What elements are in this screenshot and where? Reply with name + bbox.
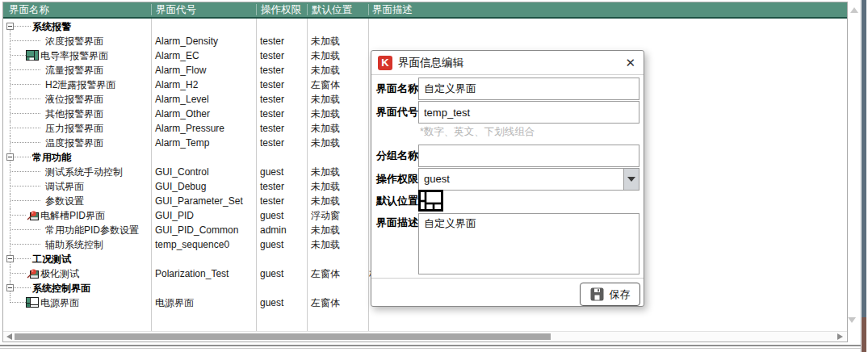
permission-dropdown[interactable]: guest <box>418 168 639 191</box>
description-field-label: 界面描述 <box>376 216 418 230</box>
cell-position: 浮动窗 <box>311 208 340 223</box>
cell-permission: tester <box>260 107 284 121</box>
interface-name-label: 流量报警界面 <box>45 63 103 78</box>
column-header-position[interactable]: 默认位置 <box>312 2 352 17</box>
permission-field-label: 操作权限 <box>376 168 418 191</box>
cell-permission: tester <box>260 78 284 92</box>
cell-code: Alarm_Density <box>155 34 218 48</box>
group-field[interactable] <box>418 145 639 167</box>
tree-line <box>10 69 40 70</box>
scroll-left-arrow-icon[interactable] <box>6 333 12 340</box>
group-label: 工况测试 <box>32 252 71 266</box>
cell-position: 未加载 <box>311 223 340 237</box>
scroll-down-arrow-icon[interactable] <box>848 317 856 323</box>
tree-line <box>10 179 10 194</box>
pinned-window-icon <box>26 210 39 220</box>
tree-line <box>10 229 40 230</box>
interface-name-label: 常用功能PID参数设置 <box>45 223 139 237</box>
power-window-icon <box>26 297 39 308</box>
default-position-layout-icon[interactable] <box>418 190 443 215</box>
group-label: 系统控制界面 <box>32 281 90 295</box>
cell-code: Alarm_Other <box>155 107 210 121</box>
tree-line <box>10 98 40 99</box>
name-field[interactable] <box>418 78 639 100</box>
column-header-permission[interactable]: 操作权限 <box>261 2 301 17</box>
scroll-right-arrow-icon[interactable] <box>837 333 843 340</box>
tree-line <box>10 223 10 237</box>
interface-name-label: 极化测试 <box>40 266 79 281</box>
cell-code: Alarm_Level <box>155 92 209 107</box>
close-icon[interactable]: ✕ <box>625 54 635 72</box>
window-bottom-border-light <box>0 348 861 349</box>
collapse-expander-icon[interactable] <box>6 255 14 262</box>
tree-line <box>10 40 40 41</box>
save-button[interactable]: 保存 <box>580 283 640 306</box>
dropdown-button[interactable] <box>623 169 639 190</box>
tree-line <box>10 63 10 78</box>
tree-line <box>10 113 40 114</box>
cell-permission: guest <box>260 266 283 281</box>
code-field[interactable] <box>418 101 639 124</box>
cell-position: 未加载 <box>311 48 340 63</box>
cell-position: 未加载 <box>311 194 340 208</box>
tree-group-row[interactable]: 系统报警 <box>3 19 847 34</box>
save-button-label: 保存 <box>610 287 631 302</box>
table-row[interactable]: 浓度报警界面Alarm_Densitytester未加载 <box>3 34 847 48</box>
cell-position: 未加载 <box>311 165 340 179</box>
column-header-code[interactable]: 界面代号 <box>156 2 196 17</box>
column-header-name[interactable]: 界面名称 <box>9 2 49 17</box>
description-field[interactable]: 自定义界面 <box>418 213 639 274</box>
window-bottom-border <box>0 345 861 346</box>
tree-line <box>14 157 31 157</box>
scroll-up-arrow-icon[interactable] <box>850 7 858 13</box>
code-field-label: 界面代号 <box>376 101 418 124</box>
cell-position: 未加载 <box>311 63 340 78</box>
cell-code: Polarization_Test <box>155 266 229 281</box>
dialog-title-bar[interactable]: K 界面信息编辑 ✕ <box>371 51 644 75</box>
interface-name-label: 电源界面 <box>40 295 79 310</box>
green-window-icon <box>26 50 39 61</box>
cell-position: 未加载 <box>311 121 340 136</box>
dialog-footer-divider <box>371 278 644 279</box>
cell-permission: tester <box>260 34 284 48</box>
cell-code: Alarm_H2 <box>155 78 198 92</box>
tree-line <box>10 121 10 136</box>
cell-permission: guest <box>260 208 283 223</box>
group-field-label: 分组名称 <box>376 145 418 167</box>
cell-permission: guest <box>260 237 283 252</box>
column-header-description[interactable]: 界面描述 <box>372 2 413 17</box>
cell-position: 左窗体 <box>311 78 340 92</box>
cell-permission: tester <box>260 92 284 107</box>
tree-line <box>10 266 10 281</box>
interface-name-label: 温度报警界面 <box>45 136 103 150</box>
cell-code: GUI_Parameter_Set <box>155 194 243 208</box>
header-divider <box>256 4 257 15</box>
collapse-expander-icon[interactable] <box>6 153 14 161</box>
app-logo-icon: K <box>378 56 392 70</box>
cell-code: GUI_Debug <box>155 179 206 194</box>
cell-permission: tester <box>260 121 284 136</box>
header-divider <box>368 4 369 15</box>
interface-name-label: 浓度报警界面 <box>45 34 103 48</box>
cell-code: temp_sequence0 <box>155 237 229 252</box>
cell-permission: tester <box>260 194 284 208</box>
interface-name-label: 电解槽PID界面 <box>40 208 105 223</box>
cell-code: GUI_PID <box>155 208 194 223</box>
horizontal-scrollbar-thumb[interactable] <box>15 333 551 340</box>
horizontal-scrollbar[interactable] <box>3 331 847 342</box>
cell-position: 左窗体 <box>311 295 340 310</box>
cell-position: 未加载 <box>311 34 340 48</box>
collapse-expander-icon[interactable] <box>6 23 14 30</box>
table-header-row: 界面名称 界面代号 操作权限 默认位置 界面描述 <box>3 2 847 17</box>
tree-line <box>10 84 40 85</box>
tree-line <box>10 244 40 245</box>
interface-name-label: H2泄露报警界面 <box>45 78 115 92</box>
collapse-expander-icon[interactable] <box>6 284 14 291</box>
cell-position: 未加载 <box>311 136 340 150</box>
tree-line <box>10 194 10 208</box>
dialog-title: 界面信息编辑 <box>398 51 463 75</box>
edit-interface-dialog: K 界面信息编辑 ✕ 界面名称 界面代号 *数字、英文、下划线组合 分组名称 操… <box>371 50 644 307</box>
tree-line <box>10 302 26 303</box>
header-divider <box>307 4 308 15</box>
tree-line <box>10 215 26 216</box>
